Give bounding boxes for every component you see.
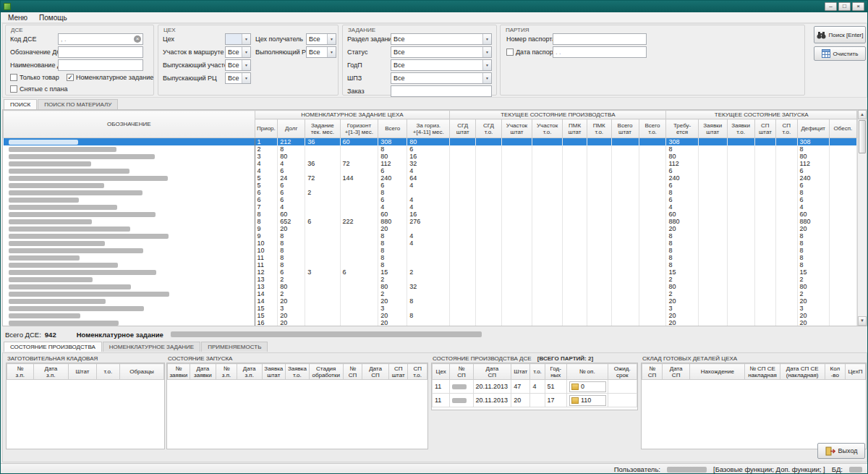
cell[interactable] xyxy=(532,268,563,276)
cell[interactable] xyxy=(608,380,637,394)
cell[interactable] xyxy=(450,225,476,232)
cell[interactable] xyxy=(727,182,754,189)
operation-field[interactable]: 0 xyxy=(569,381,606,392)
cell[interactable] xyxy=(587,174,611,182)
cell[interactable] xyxy=(639,319,666,326)
cell[interactable] xyxy=(450,196,476,203)
razdel-select[interactable]: Все ▼ xyxy=(391,33,492,45)
cell[interactable]: 24 xyxy=(278,174,305,182)
grid-row[interactable]: 38080168080 xyxy=(4,153,857,160)
cell[interactable] xyxy=(754,174,775,182)
grid-row[interactable]: 118888 xyxy=(4,261,857,268)
cell[interactable] xyxy=(476,247,502,254)
grid-row[interactable]: 288688 xyxy=(4,145,857,153)
cell-oboznachenie[interactable] xyxy=(4,203,255,211)
cell[interactable] xyxy=(501,283,532,290)
cell[interactable] xyxy=(476,276,502,283)
cell[interactable] xyxy=(476,232,502,240)
cell[interactable] xyxy=(639,225,666,232)
cell[interactable] xyxy=(754,312,775,319)
cell[interactable]: 20 xyxy=(378,312,407,319)
cell[interactable] xyxy=(829,240,856,247)
cell[interactable] xyxy=(587,240,611,247)
cell[interactable] xyxy=(532,174,563,182)
cell[interactable]: 13 xyxy=(255,283,278,290)
cell[interactable] xyxy=(727,189,754,196)
column-header[interactable]: Дата СП xyxy=(473,364,511,380)
cell[interactable]: 20 xyxy=(666,297,698,305)
cell[interactable]: 8 xyxy=(666,189,698,196)
cell[interactable] xyxy=(698,290,727,297)
column-header[interactable]: ПМК т.о. xyxy=(587,119,611,138)
cell[interactable] xyxy=(727,290,754,297)
cell[interactable] xyxy=(532,225,563,232)
cell[interactable] xyxy=(407,247,450,254)
cell[interactable] xyxy=(563,254,587,261)
cell-oboznachenie[interactable] xyxy=(4,167,255,174)
cell[interactable]: 110 xyxy=(566,394,608,407)
cell[interactable] xyxy=(450,153,476,160)
cell[interactable] xyxy=(501,319,532,326)
cell[interactable] xyxy=(776,167,797,174)
cell[interactable] xyxy=(639,312,666,319)
grid-row[interactable]: 988488 xyxy=(4,232,857,240)
cell[interactable]: 72 xyxy=(340,160,378,167)
cell[interactable] xyxy=(611,305,639,312)
cell[interactable] xyxy=(611,203,639,211)
cell[interactable]: 60 xyxy=(278,211,305,218)
scrollbar-thumb[interactable] xyxy=(859,120,866,153)
cell[interactable]: 15 xyxy=(255,312,278,319)
cell[interactable]: 13 xyxy=(255,276,278,283)
cell[interactable] xyxy=(587,167,611,174)
cell[interactable] xyxy=(639,153,666,160)
cell[interactable] xyxy=(727,203,754,211)
cell[interactable]: 6 xyxy=(378,167,407,174)
cell[interactable] xyxy=(305,167,340,174)
column-header[interactable]: Стадия обработки xyxy=(309,364,343,380)
cell[interactable] xyxy=(501,196,532,203)
cell[interactable]: 15 xyxy=(378,268,407,276)
cell[interactable] xyxy=(476,167,502,174)
cell[interactable] xyxy=(563,276,587,283)
cell[interactable] xyxy=(727,138,754,146)
cell[interactable] xyxy=(587,225,611,232)
cell[interactable] xyxy=(305,254,340,261)
cell[interactable] xyxy=(476,268,502,276)
cell[interactable] xyxy=(698,261,727,268)
cell[interactable]: 80 xyxy=(407,138,450,146)
cell[interactable] xyxy=(501,203,532,211)
column-header[interactable]: СП штат xyxy=(388,364,408,380)
cell[interactable] xyxy=(829,160,856,167)
cell[interactable] xyxy=(476,145,502,153)
grid-row[interactable]: 744444 xyxy=(4,203,857,211)
cell[interactable]: 11 xyxy=(433,394,450,407)
column-header[interactable]: № з.п. xyxy=(7,364,34,380)
cell[interactable] xyxy=(563,232,587,240)
column-header[interactable]: ПМК штат xyxy=(563,119,587,138)
cell[interactable]: 4 xyxy=(407,167,450,174)
cell[interactable] xyxy=(532,182,563,189)
cell[interactable] xyxy=(532,254,563,261)
cell[interactable] xyxy=(776,297,797,305)
cell[interactable] xyxy=(532,160,563,167)
cell[interactable]: 4 xyxy=(666,203,698,211)
cell[interactable] xyxy=(776,174,797,182)
cell[interactable] xyxy=(450,254,476,261)
cell[interactable]: 14 xyxy=(255,290,278,297)
cell[interactable]: 6 xyxy=(378,182,407,189)
cell[interactable] xyxy=(776,312,797,319)
cell[interactable] xyxy=(829,182,856,189)
cell[interactable] xyxy=(611,174,639,182)
cell[interactable] xyxy=(727,218,754,225)
column-header[interactable]: Долг xyxy=(278,119,305,138)
cell[interactable] xyxy=(501,290,532,297)
cell[interactable]: 8 xyxy=(666,247,698,254)
cell[interactable] xyxy=(639,240,666,247)
column-header[interactable]: Всего xyxy=(378,119,407,138)
cell[interactable] xyxy=(639,305,666,312)
zakaz-input[interactable] xyxy=(391,85,492,97)
cell[interactable] xyxy=(532,167,563,174)
grid-row[interactable]: 1120.11.2013474510 xyxy=(433,380,637,394)
cell[interactable] xyxy=(563,189,587,196)
cell[interactable] xyxy=(698,160,727,167)
